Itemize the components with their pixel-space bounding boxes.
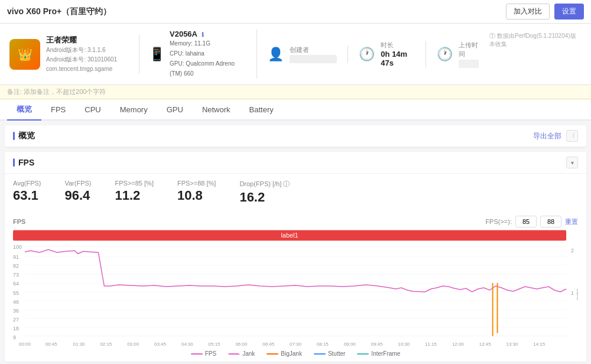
compare-button[interactable]: 加入对比 xyxy=(506,4,550,20)
fps-85-value: 11.2 xyxy=(115,188,154,203)
duration-text: 时长 0h 14m 47s xyxy=(381,41,415,67)
fps-drop-stat: Drop(FPS) [/h] ⓘ 16.2 xyxy=(239,180,290,205)
duration-stat: 🕐 时长 0h 14m 47s xyxy=(348,41,426,67)
fps-title: FPS xyxy=(13,158,34,167)
duration-label: 时长 xyxy=(381,41,415,50)
fps-chart-label: FPS xyxy=(13,218,25,225)
game-info: 👑 王者荣耀 Android版本号: 3.1.1.6 Android版本号: 3… xyxy=(9,35,139,74)
fps-legend-label: FPS xyxy=(205,350,216,357)
game-icon: 👑 xyxy=(9,39,40,70)
interframe-legend-label: InterFrame xyxy=(371,350,400,357)
svg-text:00:00: 00:00 xyxy=(19,342,31,347)
fps-avg-label: Avg(FPS) xyxy=(13,180,41,187)
overview-title: 概览 xyxy=(13,131,35,141)
svg-text:08:15: 08:15 xyxy=(317,342,329,347)
tab-battery[interactable]: Battery xyxy=(240,100,283,120)
svg-text:36: 36 xyxy=(13,308,19,314)
svg-text:1: 1 xyxy=(571,290,574,296)
top-bar: vivo X60 Pro+（百里守约） 加入对比 设置 xyxy=(0,0,591,24)
clock-icon: 🕐 xyxy=(359,47,375,62)
fps-85-label: FPS>=85 [%] xyxy=(115,180,154,187)
fps-controls: FPS(>=): 重置 xyxy=(485,216,578,228)
settings-button[interactable]: 设置 xyxy=(554,4,584,20)
fps-88-value: 10.8 xyxy=(177,188,216,203)
creator-icon: 👤 xyxy=(268,47,284,62)
fps-threshold-85-input[interactable] xyxy=(515,216,537,228)
collapse-overview-button[interactable]: 〈 xyxy=(566,130,578,142)
svg-text:10:30: 10:30 xyxy=(398,342,410,347)
fps-88-stat: FPS>=88 [%] 10.8 xyxy=(177,180,216,205)
svg-text:03:45: 03:45 xyxy=(154,342,166,347)
upload-label: 上传时间 xyxy=(459,41,479,58)
tab-memory[interactable]: Memory xyxy=(111,100,157,120)
fps-var-label: Var(FPS) xyxy=(64,180,91,187)
tab-cpu[interactable]: CPU xyxy=(75,100,110,120)
tab-overview[interactable]: 概览 xyxy=(7,99,41,121)
svg-text:55: 55 xyxy=(13,290,19,296)
collapse-fps-button[interactable]: ▾ xyxy=(566,157,578,168)
svg-text:46: 46 xyxy=(13,299,19,305)
creator-stat: 👤 创建者 xyxy=(257,46,348,63)
svg-text:27: 27 xyxy=(13,317,19,323)
device-gpu: GPU: Qualcomm Adreno (TM) 660 xyxy=(170,58,247,79)
device-info: 📱 V2056A ℹ Memory: 11.1G CPU: lahaina GP… xyxy=(139,30,257,79)
export-button[interactable]: 导出全部 xyxy=(533,131,561,141)
svg-text:06:00: 06:00 xyxy=(235,342,247,347)
creator-label: 创建者 xyxy=(290,46,337,54)
fps-var-stat: Var(FPS) 96.4 xyxy=(64,180,91,205)
svg-text:00:45: 00:45 xyxy=(46,342,57,347)
svg-text:64: 64 xyxy=(13,281,19,287)
interframe-legend-dot xyxy=(357,353,369,355)
overview-header: 概览 导出全部 〈 xyxy=(5,125,586,147)
svg-text:09:00: 09:00 xyxy=(344,342,356,347)
game-name: 王者荣耀 xyxy=(46,35,117,46)
svg-text:18: 18 xyxy=(13,326,19,332)
svg-text:12:00: 12:00 xyxy=(452,342,464,347)
jank-legend-label: Jank xyxy=(242,350,255,357)
fps-gte-label: FPS(>=): xyxy=(485,218,512,225)
page-title: vivo X60 Pro+（百里守约） xyxy=(7,6,111,17)
tab-network[interactable]: Network xyxy=(193,100,240,120)
tab-fps[interactable]: FPS xyxy=(41,100,75,120)
svg-text:01:30: 01:30 xyxy=(73,342,85,347)
content-area: 概览 导出全部 〈 FPS ▾ Avg(FPS) 63.1 Var(FPS) 9… xyxy=(0,121,591,364)
legend-jank: Jank xyxy=(228,350,255,357)
fps-threshold-88-input[interactable] xyxy=(540,216,561,228)
chart-legend: FPS Jank BigJank Stutter InterFrame xyxy=(13,348,578,359)
game-android-version: Android版本号: 3.1.1.6 xyxy=(46,46,117,55)
fps-section-header: FPS ▾ xyxy=(5,152,586,174)
fps-chart-area: FPS FPS(>=): 重置 label1 100 91 82 xyxy=(5,211,586,362)
fps-88-label: FPS>=88 [%] xyxy=(177,180,216,187)
creator-text: 创建者 xyxy=(290,46,337,63)
info-panel: 👑 王者荣耀 Android版本号: 3.1.1.6 Android版本号: 3… xyxy=(0,24,591,85)
notice-bar: 备注: 添加备注，不超过200个字符 xyxy=(0,85,591,99)
device-memory: Memory: 11.1G xyxy=(170,38,247,48)
device-info-icon: ℹ xyxy=(202,31,204,38)
upload-icon: 🕐 xyxy=(437,47,453,62)
creator-value xyxy=(290,55,337,63)
svg-text:05:15: 05:15 xyxy=(209,342,220,347)
upload-value xyxy=(459,60,479,68)
nav-tabs: 概览 FPS CPU Memory GPU Network Battery xyxy=(0,99,591,121)
svg-text:91: 91 xyxy=(13,254,19,260)
svg-text:09:45: 09:45 xyxy=(371,342,382,347)
legend-bigjank: BigJank xyxy=(267,350,302,357)
fps-drop-value: 16.2 xyxy=(239,190,290,205)
svg-text:9: 9 xyxy=(13,334,16,340)
overview-actions: 导出全部 〈 xyxy=(533,130,578,142)
fps-stats-row: Avg(FPS) 63.1 Var(FPS) 96.4 FPS>=85 [%] … xyxy=(5,174,586,211)
legend-stutter: Stutter xyxy=(314,350,345,357)
fps-drop-label: Drop(FPS) [/h] ⓘ xyxy=(239,180,290,188)
reset-button[interactable]: 重置 xyxy=(565,217,578,226)
tab-gpu[interactable]: GPU xyxy=(157,100,193,120)
svg-text:03:00: 03:00 xyxy=(127,342,139,347)
svg-text:02:15: 02:15 xyxy=(100,342,112,347)
svg-text:Jank: Jank xyxy=(576,289,578,300)
notice-text: 备注: 添加备注，不超过200个字符 xyxy=(7,88,106,95)
perfdog-note: ① 数据由PerfDog(5.1.210204)版本收集 xyxy=(489,30,582,48)
fps-section: FPS ▾ Avg(FPS) 63.1 Var(FPS) 96.4 FPS>=8… xyxy=(5,152,586,362)
fps-chart-container: label1 100 91 82 73 64 55 46 36 27 18 9 xyxy=(13,230,578,348)
svg-text:06:45: 06:45 xyxy=(262,342,274,347)
svg-text:82: 82 xyxy=(13,263,19,269)
phone-icon: 📱 xyxy=(149,47,165,62)
